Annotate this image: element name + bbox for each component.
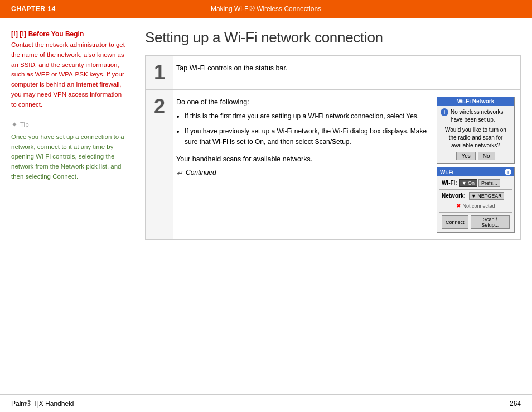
step-1-number: 1 bbox=[146, 56, 173, 89]
wifi-network-no-button[interactable]: No bbox=[478, 152, 495, 160]
wifi-network-dialog: Wi-Fi Network i No wireless networks hav… bbox=[437, 97, 515, 164]
wifi-dialog: Wi-Fi i Wi-Fi: ▼ On Prefs... bbox=[437, 167, 515, 233]
brand-text: Palm® T|X Handheld bbox=[11, 400, 74, 408]
continued-label: ↵ Continued bbox=[176, 167, 428, 179]
wifi-prefs-button[interactable]: Prefs... bbox=[478, 179, 500, 187]
not-connected-row: ✖ Not connected bbox=[439, 201, 512, 211]
tip-asterisk: ✦ bbox=[11, 119, 18, 131]
sidebar: [!] [!] Before You Begin Contact the net… bbox=[11, 29, 128, 383]
wifi-dialog-titlebar: Wi-Fi i bbox=[437, 167, 514, 176]
step-2-number: 2 bbox=[146, 90, 173, 239]
wifi-bottom-buttons: Connect Scan / Setup... bbox=[439, 214, 512, 231]
not-connected-text: Not connected bbox=[462, 203, 495, 210]
step-2-text-area: Do one of the following: If this is the … bbox=[176, 97, 428, 233]
network-label: Network: bbox=[442, 192, 466, 200]
wifi-network-question: Would you like to turn on the radio and … bbox=[441, 126, 511, 150]
wifi-on-button[interactable]: ▼ On bbox=[459, 179, 477, 187]
wifi-link: Wi-Fi bbox=[190, 64, 206, 72]
step-1: 1 Tap Wi-Fi controls on the status bar. bbox=[146, 56, 520, 90]
wifi-on-row: Wi-Fi: ▼ On Prefs... bbox=[439, 178, 512, 188]
wifi-network-info-icon: i bbox=[441, 108, 448, 116]
continued-arrow-icon: ↵ bbox=[176, 167, 183, 179]
wifi-dialog-title: Wi-Fi bbox=[440, 169, 453, 175]
step-1-content: Tap Wi-Fi controls on the status bar. bbox=[173, 56, 520, 89]
before-begin-text: [!] Before You Begin bbox=[20, 30, 84, 38]
content-area: Setting up a Wi-Fi network connection 1 … bbox=[145, 29, 521, 383]
step-2-dialogs: Wi-Fi Network i No wireless networks hav… bbox=[437, 97, 515, 233]
page-footer: Palm® T|X Handheld 264 bbox=[0, 394, 532, 412]
step-2-content: Do one of the following: If this is the … bbox=[173, 90, 520, 239]
footer-brand: Palm® T|X Handheld bbox=[11, 400, 74, 408]
wifi-network-titlebar: Wi-Fi Network bbox=[437, 97, 514, 106]
wifi-dialog-divider bbox=[439, 189, 512, 190]
steps-box: 1 Tap Wi-Fi controls on the status bar. … bbox=[145, 55, 521, 240]
step-2: 2 Do one of the following: If this is th… bbox=[146, 90, 520, 239]
wifi-network-btn-row: Yes No bbox=[441, 152, 511, 160]
before-begin-label: [!] [!] Before You Begin bbox=[11, 29, 128, 39]
wifi-connect-button[interactable]: Connect bbox=[442, 215, 468, 229]
wifi-network-message: No wireless networks have been set up. bbox=[451, 108, 511, 124]
wifi-network-title: Wi-Fi Network bbox=[457, 98, 495, 104]
step-2-scan-text: Your handheld scans for available networ… bbox=[176, 154, 428, 165]
page-header: CHAPTER 14 Making Wi-Fi® Wireless Connec… bbox=[0, 0, 532, 18]
wifi-dialog-body: Wi-Fi: ▼ On Prefs... Network: ▼ NETGEAR bbox=[437, 176, 514, 232]
chapter-title: Making Wi-Fi® Wireless Connections bbox=[211, 5, 321, 13]
step-2-bullet-2: If you have previously set up a Wi-Fi ne… bbox=[185, 126, 428, 147]
wifi-dialog-divider-2 bbox=[439, 212, 512, 213]
continued-text: Continued bbox=[186, 167, 216, 178]
network-dropdown[interactable]: ▼ NETGEAR bbox=[469, 192, 504, 200]
wifi-network-yes-button[interactable]: Yes bbox=[456, 152, 475, 160]
step-2-intro: Do one of the following: bbox=[176, 97, 428, 108]
not-connected-icon: ✖ bbox=[456, 202, 461, 210]
before-you-begin-section: [!] [!] Before You Begin Contact the net… bbox=[11, 29, 128, 110]
wifi-dialog-info-button[interactable]: i bbox=[505, 169, 511, 175]
main-content: [!] [!] Before You Begin Contact the net… bbox=[0, 18, 532, 394]
tip-label-text: Tip bbox=[20, 120, 29, 130]
tip-label-row: ✦ Tip bbox=[11, 119, 128, 131]
step-2-bullets: If this is the first time you are settin… bbox=[176, 111, 428, 148]
tip-section: ✦ Tip Once you have set up a connection … bbox=[11, 119, 128, 182]
page-title: Setting up a Wi-Fi network connection bbox=[145, 29, 521, 46]
wifi-scan-setup-button[interactable]: Scan / Setup... bbox=[471, 215, 510, 229]
chapter-label: CHAPTER 14 bbox=[11, 5, 56, 13]
page-number: 264 bbox=[510, 400, 521, 408]
step-2-bullet-1: If this is the first time you are settin… bbox=[185, 111, 428, 122]
step-1-text: Tap Wi-Fi controls on the status bar. bbox=[176, 63, 515, 74]
wifi-network-body: i No wireless networks have been set up.… bbox=[437, 106, 514, 163]
tip-content: Once you have set up a connection to a n… bbox=[11, 132, 128, 182]
before-begin-content: Contact the network administrator to get… bbox=[11, 40, 128, 110]
wifi-row-label: Wi-Fi: bbox=[442, 179, 457, 187]
wifi-network-icon-row: i No wireless networks have been set up. bbox=[441, 108, 511, 124]
network-row: Network: ▼ NETGEAR bbox=[439, 191, 512, 201]
exclamation-label: [!] bbox=[11, 30, 18, 38]
step-2-inner: Do one of the following: If this is the … bbox=[176, 97, 515, 233]
